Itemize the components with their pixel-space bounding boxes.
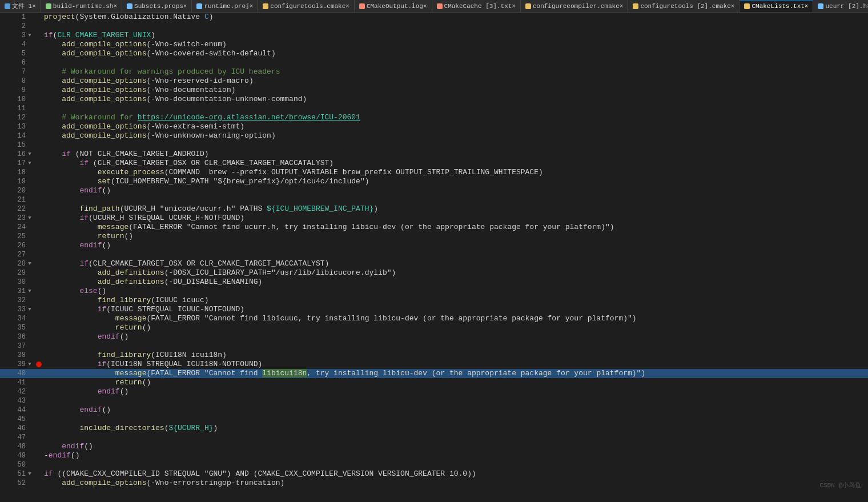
fold-marker[interactable] (26, 113, 34, 122)
fold-marker[interactable] (26, 433, 34, 442)
fold-marker[interactable] (26, 442, 34, 451)
fold-marker[interactable] (26, 396, 34, 405)
breakpoint-slot[interactable] (34, 305, 44, 314)
tab-t4[interactable]: runtime.proj× (192, 0, 258, 13)
breakpoint-slot[interactable] (34, 67, 44, 77)
fold-marker[interactable] (26, 332, 34, 342)
breakpoint-slot[interactable] (34, 451, 44, 460)
tab-t3[interactable]: Subsets.props× (122, 0, 192, 13)
tab-t10[interactable]: CMakeLists.txt× (740, 0, 813, 13)
breakpoint-slot[interactable] (34, 22, 44, 31)
fold-marker[interactable]: ▼ (26, 469, 34, 479)
breakpoint-slot[interactable] (34, 387, 44, 396)
breakpoint-slot[interactable] (34, 351, 44, 360)
breakpoint-slot[interactable] (34, 159, 44, 168)
breakpoint-slot[interactable] (34, 442, 44, 451)
fold-marker[interactable] (26, 424, 34, 433)
breakpoint-slot[interactable] (34, 287, 44, 296)
breakpoint-slot[interactable] (34, 195, 44, 204)
tab-t2[interactable]: build-runtime.sh× (41, 0, 122, 13)
tab-t1[interactable]: 文件 1× (0, 0, 41, 13)
breakpoint-slot[interactable] (34, 332, 44, 342)
breakpoint-slot[interactable] (34, 278, 44, 287)
breakpoint-slot[interactable] (34, 168, 44, 177)
fold-marker[interactable] (26, 378, 34, 387)
tab-t11[interactable]: ucurr [2].h× (813, 0, 868, 13)
breakpoint-slot[interactable] (34, 104, 44, 113)
breakpoint-slot[interactable] (34, 424, 44, 433)
breakpoint-slot[interactable] (34, 49, 44, 58)
breakpoint-slot[interactable] (34, 113, 44, 122)
fold-marker[interactable] (26, 342, 34, 351)
fold-marker[interactable]: ▼ (26, 159, 34, 168)
fold-marker[interactable] (26, 131, 34, 140)
breakpoint-slot[interactable] (34, 95, 44, 104)
fold-marker[interactable] (26, 451, 34, 460)
fold-marker[interactable]: ▼ (26, 259, 34, 268)
breakpoint-slot[interactable] (34, 323, 44, 332)
fold-marker[interactable] (26, 204, 34, 214)
breakpoint-slot[interactable] (34, 58, 44, 67)
breakpoint-slot[interactable] (34, 40, 44, 49)
breakpoint-slot[interactable] (34, 405, 44, 415)
breakpoint-slot[interactable] (34, 122, 44, 131)
tab-t8[interactable]: configurecompiler.cmake× (521, 0, 628, 13)
fold-marker[interactable] (26, 13, 34, 22)
breakpoint-slot[interactable] (34, 314, 44, 323)
tab-t9[interactable]: configuretools [2].cmake× (628, 0, 740, 13)
fold-marker[interactable] (26, 314, 34, 323)
breakpoint-slot[interactable] (34, 177, 44, 186)
fold-marker[interactable] (26, 22, 34, 31)
fold-marker[interactable] (26, 40, 34, 49)
breakpoint-slot[interactable] (34, 342, 44, 351)
breakpoint-slot[interactable] (34, 369, 44, 378)
breakpoint-slot[interactable] (34, 186, 44, 195)
breakpoint-slot[interactable] (34, 360, 44, 369)
fold-marker[interactable] (26, 268, 34, 278)
fold-marker[interactable] (26, 77, 34, 86)
fold-marker[interactable]: ▼ (26, 31, 34, 40)
fold-marker[interactable] (26, 351, 34, 360)
fold-marker[interactable] (26, 177, 34, 186)
fold-marker[interactable] (26, 140, 34, 150)
fold-marker[interactable] (26, 223, 34, 232)
breakpoint-slot[interactable] (34, 150, 44, 159)
fold-marker[interactable] (26, 323, 34, 332)
fold-marker[interactable]: ▼ (26, 305, 34, 314)
fold-marker[interactable] (26, 250, 34, 259)
breakpoint-slot[interactable] (34, 250, 44, 259)
fold-marker[interactable] (26, 278, 34, 287)
fold-marker[interactable] (26, 95, 34, 104)
fold-marker[interactable]: ▼ (26, 360, 34, 369)
fold-marker[interactable] (26, 415, 34, 424)
breakpoint-slot[interactable] (34, 204, 44, 214)
breakpoint-slot[interactable] (34, 469, 44, 479)
fold-marker[interactable] (26, 369, 34, 378)
fold-marker[interactable] (26, 479, 34, 488)
tab-t7[interactable]: CMakeCache [3].txt× (432, 0, 521, 13)
breakpoint-slot[interactable] (34, 31, 44, 40)
tab-t6[interactable]: CMakeOutput.log× (355, 0, 432, 13)
fold-marker[interactable] (26, 86, 34, 95)
breakpoint-slot[interactable] (34, 460, 44, 469)
fold-marker[interactable] (26, 405, 34, 415)
breakpoint-slot[interactable] (34, 433, 44, 442)
fold-marker[interactable] (26, 387, 34, 396)
fold-marker[interactable] (26, 460, 34, 469)
breakpoint-slot[interactable] (34, 241, 44, 250)
breakpoint-slot[interactable] (34, 415, 44, 424)
breakpoint-slot[interactable] (34, 13, 44, 22)
fold-marker[interactable] (26, 168, 34, 177)
breakpoint-slot[interactable] (34, 214, 44, 223)
breakpoint-slot[interactable] (34, 86, 44, 95)
breakpoint-slot[interactable] (34, 232, 44, 241)
fold-marker[interactable] (26, 67, 34, 77)
fold-marker[interactable] (26, 195, 34, 204)
fold-marker[interactable] (26, 122, 34, 131)
breakpoint-slot[interactable] (34, 396, 44, 405)
breakpoint-slot[interactable] (34, 268, 44, 278)
fold-marker[interactable] (26, 58, 34, 67)
breakpoint-slot[interactable] (34, 77, 44, 86)
fold-marker[interactable]: ▼ (26, 150, 34, 159)
fold-marker[interactable] (26, 49, 34, 58)
